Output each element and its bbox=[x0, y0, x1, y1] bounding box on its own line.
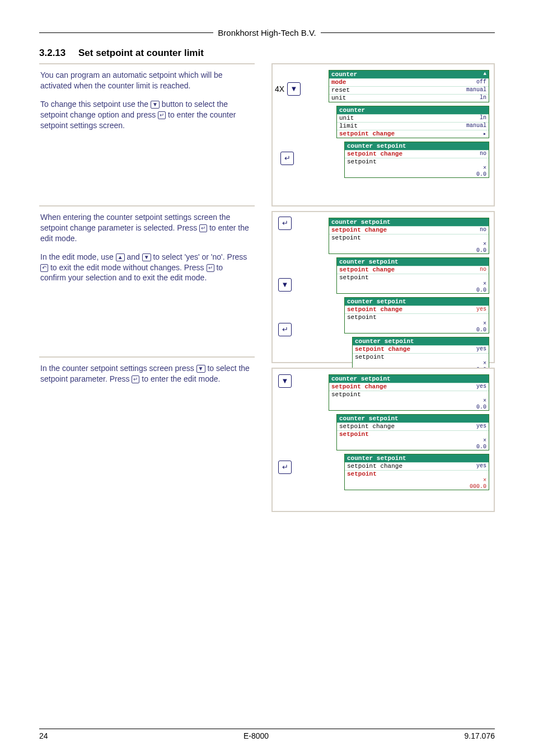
lcd-row-value: yes bbox=[458, 463, 486, 469]
lcd-row-label: setpoint bbox=[347, 314, 486, 321]
instruction-block-1: You can program an automatic setpoint wh… bbox=[39, 63, 255, 205]
lcd-row-label: setpoint change bbox=[347, 463, 402, 469]
lcd-row: setpoint changeno bbox=[329, 226, 489, 234]
lcd-row: setpoint changeno bbox=[337, 266, 489, 274]
lcd-row-label: setpoint change bbox=[339, 423, 395, 430]
enter-icon: ↵ bbox=[158, 111, 166, 119]
content-grid: You can program an automatic setpoint wh… bbox=[39, 63, 495, 516]
lcd-row-value: ×0.0 bbox=[458, 321, 486, 333]
right-column: 4X ▼ ↵ counter▲modeoffresetmanualunitlnc… bbox=[271, 63, 495, 516]
lcd-row-label: setpoint bbox=[331, 391, 486, 398]
enter-key-icon: ↵ bbox=[278, 461, 292, 474]
lcd-row-label: setpoint bbox=[355, 354, 486, 360]
lcd-row-value: manual bbox=[458, 123, 486, 129]
figure-1: 4X ▼ ↵ counter▲modeoffresetmanualunitlnc… bbox=[271, 63, 495, 206]
lcd-title: counter bbox=[337, 106, 489, 114]
lcd-row-label: limit bbox=[339, 123, 358, 129]
page: Bronkhorst High-Tech B.V. 3.2.13 Set set… bbox=[0, 0, 534, 756]
lcd-screen: counter setpointsetpoint changeyessetpoi… bbox=[336, 414, 489, 450]
lcd-row: setpoint changeno bbox=[345, 150, 489, 158]
lcd-row: unitln bbox=[337, 114, 489, 122]
para: You can program an automatic setpoint wh… bbox=[40, 70, 250, 91]
lcd-title: counter setpoint bbox=[329, 375, 489, 383]
down-icon: ▼ bbox=[142, 253, 151, 261]
lcd-title: counter setpoint bbox=[329, 218, 489, 226]
figure-3: ▼ ↵ counter setpointsetpoint changeyesse… bbox=[271, 368, 495, 512]
lcd-row-label: reset bbox=[331, 87, 350, 93]
enter-key-icon: ↵ bbox=[280, 152, 294, 165]
lcd-row: unitln bbox=[329, 94, 489, 102]
enter-key-icon: ↵ bbox=[278, 323, 292, 336]
left-column: You can program an automatic setpoint wh… bbox=[39, 63, 255, 516]
undo-icon: ↶ bbox=[40, 264, 48, 272]
enter-icon: ↵ bbox=[207, 264, 214, 272]
down-key-icon: ▼ bbox=[278, 374, 292, 388]
lcd-row-value: yes bbox=[458, 346, 486, 352]
lcd-row-value: no bbox=[458, 266, 486, 273]
lcd-row: setpoint×0.0 bbox=[337, 430, 489, 450]
lcd-row: limitmanual bbox=[337, 122, 489, 130]
lcd-screen: counter setpointsetpoint changeyessetpoi… bbox=[329, 374, 489, 411]
lcd-title: counter setpoint bbox=[337, 415, 489, 422]
lcd-row-value: ln bbox=[458, 115, 486, 121]
lcd-screen: counter setpointsetpoint changeyessetpoi… bbox=[344, 454, 489, 490]
company-name: Bronkhorst High-Tech B.V. bbox=[213, 28, 320, 37]
section-title: Set setpoint at counter limit bbox=[78, 48, 204, 58]
lcd-row-value: manual bbox=[458, 87, 486, 93]
four-x-label: 4X bbox=[275, 84, 284, 93]
instruction-block-3: In the counter setpoint settings screen … bbox=[39, 356, 255, 502]
figure-2: ↵ ▼ ↵ counter setpointsetpoint changenos… bbox=[271, 211, 495, 363]
lcd-row: resetmanual bbox=[329, 86, 489, 94]
lcd-row: setpoint changeyes bbox=[329, 383, 489, 391]
lcd-row: setpoint changeyes bbox=[337, 422, 489, 430]
lcd-screen: counter setpointsetpoint changenosetpoin… bbox=[336, 257, 489, 294]
lcd-row-label: setpoint change bbox=[347, 151, 402, 157]
lcd-row-value: no bbox=[458, 227, 486, 233]
lcd-row-label: setpoint bbox=[347, 158, 486, 165]
lcd-row: setpoint changeyes bbox=[353, 345, 489, 353]
lcd-row-value: ▸ bbox=[458, 130, 486, 137]
lcd-row: modeoff bbox=[329, 78, 489, 86]
lcd-row-value: off bbox=[458, 79, 486, 85]
lcd-row-value: ×0.0 bbox=[458, 438, 486, 450]
lcd-row-label: setpoint bbox=[339, 431, 486, 438]
lcd-row-value: ×000.0 bbox=[458, 477, 486, 490]
lcd-row-value: ×0.0 bbox=[458, 165, 486, 177]
lcd-row: setpoint×000.0 bbox=[345, 470, 489, 490]
lcd-screen: counter▲modeoffresetmanualunitln bbox=[329, 70, 489, 102]
section-heading: 3.2.13 Set setpoint at counter limit bbox=[39, 48, 495, 59]
lcd-title: counter setpoint bbox=[345, 142, 489, 150]
enter-icon: ↵ bbox=[132, 375, 139, 383]
lcd-row: setpoint×0.0 bbox=[329, 391, 489, 410]
doc-rev: 9.17.076 bbox=[464, 731, 495, 740]
doc-name: E-8000 bbox=[243, 731, 269, 740]
instruction-block-2: When entering the counter setpoint setti… bbox=[39, 205, 255, 356]
lcd-row-label: setpoint change bbox=[339, 266, 395, 273]
lcd-row-value: ln bbox=[458, 95, 486, 101]
lcd-row-label: setpoint change bbox=[331, 383, 387, 390]
para: In the edit mode, use ▲ and ▼ to select … bbox=[40, 252, 250, 284]
lcd-row-value: yes bbox=[458, 383, 486, 389]
lcd-row: setpoint×0.0 bbox=[345, 313, 489, 333]
lcd-row-value: no bbox=[458, 151, 486, 157]
lcd-row-label: setpoint bbox=[331, 234, 486, 241]
page-number: 24 bbox=[39, 731, 48, 740]
para: To change this setpoint use the ▼ button… bbox=[40, 99, 250, 131]
lcd-title: counter setpoint bbox=[353, 337, 489, 345]
para: When entering the counter setpoint setti… bbox=[40, 212, 250, 244]
down-key-icon: ▼ bbox=[287, 82, 301, 96]
lcd-screen: counter setpointsetpoint changenosetpoin… bbox=[344, 142, 489, 178]
para: In the counter setpoint settings screen … bbox=[40, 363, 250, 384]
lcd-row: setpoint×0.0 bbox=[345, 158, 489, 177]
lcd-title: counter setpoint bbox=[345, 298, 489, 306]
lcd-row: setpoint change▸ bbox=[337, 130, 489, 138]
lcd-row-value: yes bbox=[458, 423, 486, 429]
page-footer: 24 E-8000 9.17.076 bbox=[39, 729, 495, 740]
lcd-row-value: ×0.0 bbox=[458, 241, 486, 253]
lcd-row-label: unit bbox=[339, 115, 354, 121]
down-icon: ▼ bbox=[196, 365, 205, 373]
lcd-row-label: setpoint bbox=[347, 471, 486, 477]
lcd-title: counter setpoint bbox=[345, 454, 489, 462]
header-rule: Bronkhorst High-Tech B.V. bbox=[39, 28, 495, 37]
lcd-row-value: ×0.0 bbox=[458, 281, 486, 293]
